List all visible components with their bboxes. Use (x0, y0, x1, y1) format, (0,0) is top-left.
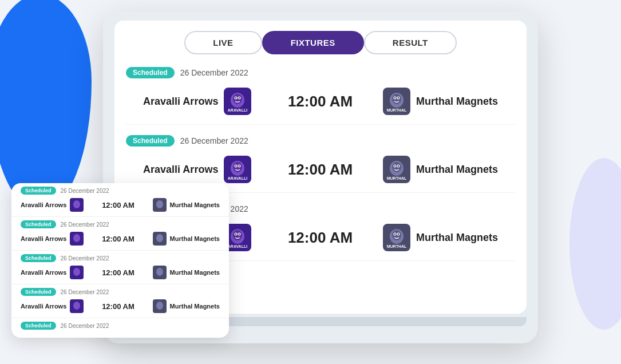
svg-text:MURTHAL: MURTHAL (387, 244, 407, 248)
tab-fixtures[interactable]: FIXTURES (262, 31, 364, 54)
small-team1-name-1: Aravalli Arrows (21, 201, 66, 208)
right-decorative-shape (569, 158, 621, 330)
small-time-3: 12:00 AM (102, 268, 135, 277)
small-fixture-header-1: Scheduled 26 December 2022 (21, 187, 220, 195)
small-team2-4: Murthal Magnets (153, 299, 220, 313)
scheduled-badge-2: Scheduled (126, 135, 175, 147)
svg-text:ARAVALLI: ARAVALLI (228, 176, 247, 180)
small-date-2: 26 December 2022 (61, 221, 109, 228)
team2-logo-2: MURTHAL (383, 156, 410, 183)
svg-point-59 (156, 268, 163, 276)
small-fixture-header-3: Scheduled 26 December 2022 (21, 254, 220, 262)
small-card-overlay: Scheduled 26 December 2022 Aravalli Arro… (11, 183, 229, 338)
svg-point-49 (73, 200, 80, 208)
svg-point-30 (398, 165, 399, 167)
small-team1-3: Aravalli Arrows (21, 266, 84, 279)
small-date-5: 26 December 2022 (61, 323, 109, 329)
small-badge-1: Scheduled (21, 187, 56, 195)
small-team1-name-4: Aravalli Arrows (21, 303, 66, 310)
small-date-3: 26 December 2022 (61, 255, 109, 262)
team2-right-1: MURTHAL Murthal Magnets (383, 88, 498, 115)
fixture-date-2: 26 December 2022 (180, 136, 248, 145)
small-fixture-header-2: Scheduled 26 December 2022 (21, 220, 220, 228)
small-badge-2: Scheduled (21, 220, 56, 228)
blue-decorative-shape (0, 0, 92, 212)
small-fixture-5: Scheduled 26 December 2022 (11, 318, 229, 334)
svg-point-2 (233, 94, 242, 104)
svg-point-37 (235, 234, 236, 235)
tab-live[interactable]: LIVE (184, 31, 262, 54)
small-team2-3: Murthal Magnets (153, 266, 220, 279)
small-team1-name-3: Aravalli Arrows (21, 269, 66, 276)
svg-point-10 (392, 94, 401, 104)
small-time-1: 12:00 AM (102, 201, 135, 209)
svg-point-46 (398, 234, 399, 235)
small-team2-name-3: Murthal Magnets (170, 269, 220, 276)
svg-point-29 (394, 165, 395, 167)
small-time-2: 12:00 AM (102, 235, 135, 243)
svg-point-38 (239, 234, 240, 235)
small-fixture-header-5: Scheduled 26 December 2022 (21, 322, 220, 330)
fixture-header-1: Scheduled 26 December 2022 (126, 61, 515, 82)
team1-left-1: Aravalli Arrows ARAV (143, 88, 258, 115)
team2-logo-3: MURTHAL (383, 224, 410, 251)
small-team1-1: Aravalli Arrows (21, 198, 84, 212)
svg-point-6 (239, 97, 240, 98)
small-time-4: 12:00 AM (102, 302, 135, 311)
team1-name-1: Aravalli Arrows (143, 96, 218, 108)
fixture-date-1: 26 December 2022 (180, 68, 248, 77)
svg-point-55 (156, 234, 163, 242)
small-team1-2: Aravalli Arrows (21, 232, 84, 246)
match-time-2: 12:00 AM (274, 161, 366, 179)
small-fixture-4: Scheduled 26 December 2022 Aravalli Arro… (11, 284, 229, 318)
svg-text:MURTHAL: MURTHAL (387, 108, 407, 112)
svg-point-61 (73, 302, 80, 310)
tabs-bar: LIVE FIXTURES RESULT (114, 21, 527, 61)
small-team2-1: Murthal Magnets (153, 198, 220, 212)
match-time-1: 12:00 AM (274, 93, 366, 110)
team2-right-3: MURTHAL Murthal Magnets (383, 224, 498, 251)
small-badge-3: Scheduled (21, 254, 56, 262)
team2-name-1: Murthal Magnets (416, 96, 498, 108)
svg-point-63 (156, 302, 163, 310)
svg-point-34 (233, 230, 242, 240)
small-row-1: Aravalli Arrows 12:00 AM Murthal Magnets (21, 197, 220, 214)
team1-left-2: Aravalli Arrows ARAV (143, 156, 258, 183)
svg-point-53 (73, 234, 80, 242)
small-badge-5: Scheduled (21, 322, 56, 330)
small-fixture-2: Scheduled 26 December 2022 Aravalli Arro… (11, 217, 229, 251)
small-team1-4: Aravalli Arrows (21, 299, 84, 313)
small-row-3: Aravalli Arrows 12:00 AM Murthal Magnets (21, 264, 220, 282)
small-date-1: 26 December 2022 (61, 188, 109, 194)
svg-point-5 (235, 97, 236, 98)
svg-point-51 (156, 200, 163, 208)
small-team2-2: Murthal Magnets (153, 232, 220, 246)
small-date-4: 26 December 2022 (61, 289, 109, 295)
team2-name-3: Murthal Magnets (416, 232, 498, 244)
small-badge-4: Scheduled (21, 288, 56, 296)
small-row-2: Aravalli Arrows 12:00 AM Murthal Magnets (21, 231, 220, 248)
svg-point-13 (394, 97, 395, 98)
svg-point-14 (398, 97, 399, 98)
small-team2-name-1: Murthal Magnets (170, 201, 220, 208)
svg-point-45 (394, 234, 395, 235)
team2-right-2: MURTHAL Murthal Magnets (383, 156, 498, 183)
svg-text:MURTHAL: MURTHAL (387, 176, 407, 180)
small-fixture-3: Scheduled 26 December 2022 Aravalli Arro… (11, 251, 229, 284)
svg-point-42 (392, 230, 401, 240)
small-fixture-header-4: Scheduled 26 December 2022 (21, 288, 220, 296)
svg-point-18 (233, 162, 242, 172)
team1-logo-2: ARAVALLI (224, 156, 251, 183)
fixture-header-2: Scheduled 26 December 2022 (126, 129, 515, 150)
team2-logo-1: MURTHAL (383, 88, 410, 115)
fixture-row-1: Aravalli Arrows ARAV (126, 82, 515, 125)
match-time-3: 12:00 AM (274, 229, 366, 247)
svg-point-57 (73, 268, 80, 276)
tab-result[interactable]: RESULT (364, 31, 457, 54)
svg-text:ARAVALLI: ARAVALLI (228, 108, 247, 112)
small-team1-name-2: Aravalli Arrows (21, 235, 66, 242)
team2-name-2: Murthal Magnets (416, 164, 498, 176)
team1-name-2: Aravalli Arrows (143, 164, 218, 176)
fixture-section-1: Scheduled 26 December 2022 Aravalli Arro… (126, 61, 515, 125)
svg-point-21 (235, 165, 236, 167)
